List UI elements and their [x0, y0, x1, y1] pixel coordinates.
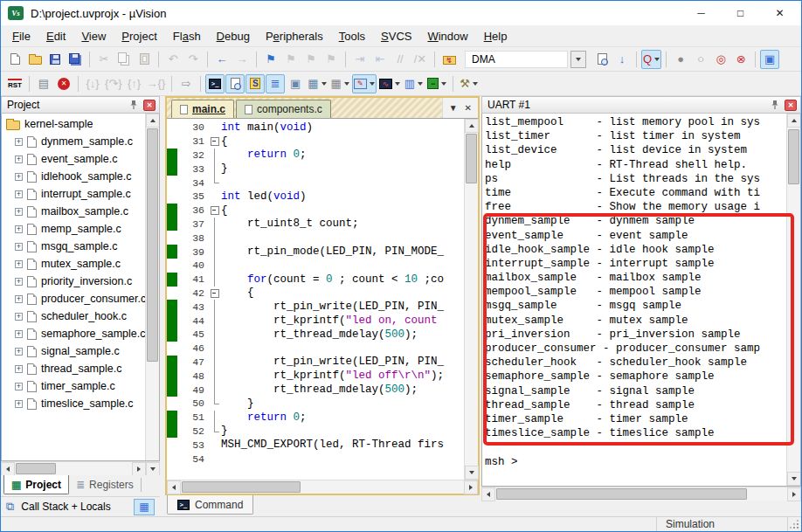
disable-all-breakpoints-button[interactable]: ◎ — [711, 50, 730, 69]
code-line-31[interactable]: 31{ — [167, 135, 464, 149]
code-line-36[interactable]: 36{ — [167, 204, 464, 218]
navigate-forward-button[interactable]: → — [232, 50, 252, 69]
expand-icon[interactable]: + — [15, 383, 23, 390]
tree-item-priority_inversion-c[interactable]: +priority_inversion.c — [2, 273, 145, 290]
tree-item-mutex_sample-c[interactable]: +mutex_sample.c — [2, 255, 145, 273]
menu-svcs[interactable]: SVCS — [373, 27, 419, 45]
expand-icon[interactable]: + — [15, 208, 23, 216]
uncomment-button[interactable]: /✕ — [411, 50, 430, 69]
tree-item-thread_sample-c[interactable]: +thread_sample.c — [2, 360, 145, 377]
run-button[interactable]: ⇨ — [176, 74, 196, 93]
tree-item-timer_sample-c[interactable]: +timer_sample.c — [2, 377, 145, 395]
code-line-46[interactable]: 46 — [167, 342, 464, 356]
peripherals-button[interactable]: ▪▪ — [425, 74, 448, 93]
tree-item-producer_consumer-c[interactable]: +producer_consumer.c — [2, 290, 145, 307]
tree-root-kernel-sample[interactable]: kernel-sample — [2, 115, 145, 133]
scroll-track[interactable] — [495, 487, 787, 501]
callstack-window-button[interactable]: ▣ — [286, 74, 305, 93]
step-over-button[interactable]: {↷} — [103, 74, 124, 93]
save-button[interactable] — [45, 50, 65, 69]
serial-window-button[interactable]: ✎ — [352, 74, 377, 93]
project-tree-hscrollbar[interactable] — [1, 461, 160, 475]
memory-window-button[interactable]: ▦ — [329, 74, 351, 93]
editor-tab-main-c[interactable]: main.c — [171, 100, 234, 118]
code-line-32[interactable]: 32 return 0; — [167, 149, 464, 162]
system-viewer-button[interactable]: ▥ — [403, 74, 425, 93]
code-line-41[interactable]: 41 for(count = 0 ; count < 10 ;co — [167, 273, 464, 287]
scroll-left-icon[interactable] — [1, 462, 15, 476]
scroll-down-icon[interactable] — [787, 472, 801, 486]
fold-marker[interactable] — [209, 135, 221, 149]
editor-tab-components-c[interactable]: components.c — [236, 100, 331, 118]
editor-close-button[interactable]: ✕ — [465, 103, 472, 113]
analysis-window-button[interactable]: ∿ — [377, 74, 402, 93]
quick-find-button[interactable]: Q — [641, 50, 661, 69]
tab-registers[interactable]: ≣Registers — [69, 475, 141, 494]
menu-tools[interactable]: Tools — [331, 27, 373, 45]
open-file-button[interactable] — [25, 50, 45, 69]
pin-icon[interactable] — [128, 99, 140, 111]
show-next-statement-button[interactable]: ▤ — [34, 74, 53, 93]
insert-breakpoint-button[interactable]: ● — [671, 50, 690, 69]
code-line-48[interactable]: 48 rt_kprintf("led off\r\n"); — [167, 369, 464, 383]
tree-item-msgq_sample-c[interactable]: +msgq_sample.c — [2, 238, 145, 255]
scroll-left-icon[interactable] — [167, 480, 181, 494]
tab-list-button[interactable]: ▼ — [449, 103, 458, 113]
scroll-thumb[interactable] — [788, 129, 799, 184]
code-line-38[interactable]: 38 — [167, 231, 464, 245]
expand-icon[interactable]: + — [15, 278, 23, 286]
scroll-right-icon[interactable] — [787, 487, 801, 501]
resize-grip[interactable] — [787, 517, 801, 531]
uart-vscrollbar[interactable] — [786, 114, 800, 486]
code-editor[interactable]: 30int main(void)31{32 return 0;33}3435in… — [167, 119, 464, 480]
code-line-47[interactable]: 47 rt_pin_write(LED_PIN, PIN_ — [167, 356, 464, 370]
bookmark-prev-button[interactable]: ⚑ — [281, 50, 301, 69]
scroll-track[interactable] — [787, 128, 800, 472]
scroll-thumb[interactable] — [16, 463, 56, 474]
expand-icon[interactable]: + — [15, 190, 23, 198]
code-line-33[interactable]: 33} — [167, 162, 464, 176]
expand-icon[interactable]: + — [15, 155, 23, 163]
scroll-up-icon[interactable] — [465, 119, 479, 133]
bookmark-toggle-button[interactable]: ⚑ — [261, 50, 280, 69]
flash-download-button[interactable]: ↯ — [439, 50, 459, 69]
code-line-54[interactable]: 54 — [167, 452, 464, 466]
pin-icon[interactable] — [769, 99, 781, 111]
scroll-track[interactable] — [146, 128, 159, 460]
expand-icon[interactable]: + — [15, 225, 23, 233]
code-line-35[interactable]: 35int led(void) — [167, 190, 464, 204]
tree-item-timeslice_sample-c[interactable]: +timeslice_sample.c — [2, 395, 145, 412]
callstack-bar[interactable]: ⧉ Call Stack + Locals ▦ — [1, 496, 160, 516]
tree-item-scheduler_hook-c[interactable]: +scheduler_hook.c — [2, 307, 145, 325]
stop-debug-button[interactable]: ✕ — [54, 74, 73, 93]
tab-project[interactable]: ▦Project — [3, 475, 69, 494]
tree-item-event_sample-c[interactable]: +event_sample.c — [2, 150, 145, 168]
step-button[interactable]: {↓} — [83, 74, 102, 93]
scroll-track[interactable] — [465, 133, 478, 466]
project-tree-vscrollbar[interactable] — [145, 114, 159, 460]
expand-icon[interactable]: + — [15, 173, 23, 181]
menu-help[interactable]: Help — [476, 27, 515, 45]
scroll-thumb[interactable] — [496, 488, 747, 500]
menu-edit[interactable]: Edit — [38, 27, 73, 45]
target-select-dropdown[interactable] — [570, 51, 586, 68]
kill-all-breakpoints-button[interactable]: ⊗ — [731, 50, 750, 69]
menu-window[interactable]: Window — [419, 27, 475, 45]
scroll-left-icon[interactable] — [481, 487, 495, 501]
code-line-50[interactable]: 50 } — [167, 397, 464, 411]
code-line-52[interactable]: 52} — [167, 425, 464, 439]
code-line-30[interactable]: 30int main(void) — [167, 121, 464, 135]
code-line-44[interactable]: 44 rt_kprintf("led on, count — [167, 314, 464, 328]
reset-button[interactable]: RST — [5, 74, 24, 93]
scroll-down-icon[interactable] — [465, 466, 479, 480]
watch-window-button[interactable]: ▦ — [306, 74, 328, 93]
uart-panel-close-icon[interactable]: ✕ — [785, 100, 797, 111]
uart-hscrollbar[interactable] — [481, 487, 801, 501]
code-line-51[interactable]: 51 return 0; — [167, 411, 464, 425]
bookmark-clear-button[interactable]: ⚑ — [321, 50, 341, 69]
scroll-up-icon[interactable] — [787, 114, 801, 128]
maximize-button[interactable]: □ — [721, 2, 760, 24]
step-out-button[interactable]: {↑} — [125, 74, 144, 93]
menu-project[interactable]: Project — [114, 27, 164, 45]
expand-icon[interactable]: + — [15, 260, 23, 268]
